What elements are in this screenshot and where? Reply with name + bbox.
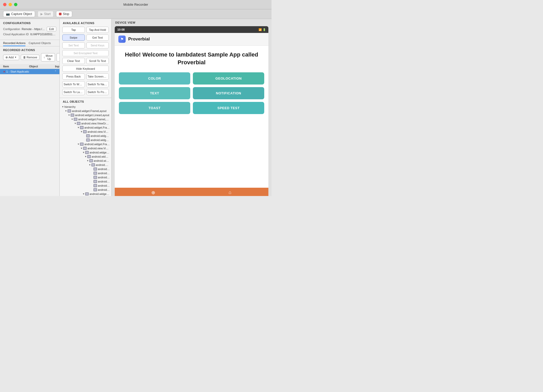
widget-icon bbox=[87, 155, 91, 158]
recorded-header: RECORDED ACTIONS ⊕ Add ▼ 🗑 Remove ↑ Move… bbox=[0, 46, 59, 64]
capture-label: Capture Object bbox=[11, 12, 32, 16]
tree-node-hierarchy[interactable]: ▼ hierarchy bbox=[61, 105, 110, 109]
tree-node-3[interactable]: ▼ android.widget.FrameLayout bbox=[61, 117, 110, 121]
set-text-button: Set Text bbox=[62, 42, 85, 48]
tree-node-7[interactable]: android.widget.ImageView bbox=[61, 134, 110, 138]
item-label: 1 - Start Application bbox=[6, 70, 29, 73]
tree-node-4[interactable]: ▼ android.view.ViewGroup bbox=[61, 121, 110, 125]
tree-node-15[interactable]: android.widget.Te... bbox=[61, 167, 110, 171]
tree-label: android.widget.FrameLayout bbox=[84, 143, 110, 146]
hide-keyboard-button[interactable]: Hide Keyboard bbox=[62, 66, 109, 72]
tree-node-18[interactable]: android.widget.Bu... bbox=[61, 179, 110, 184]
app-body: Hello! Welcome to lambdatest Sample App … bbox=[115, 46, 268, 188]
tree-label: android.widget.Bu... bbox=[98, 172, 110, 175]
start-label: Start bbox=[44, 12, 51, 16]
actions-grid: Tap Tap And Hold Swipe Get Text Set Text… bbox=[60, 27, 111, 98]
close-button[interactable] bbox=[3, 3, 6, 6]
tap-and-hold-button[interactable]: Tap And Hold bbox=[86, 27, 109, 33]
tree-label: android.widget.FrameLayou... bbox=[92, 155, 110, 158]
tree-node-17[interactable]: android.widget.Bu... bbox=[61, 175, 110, 179]
device-frame: 10:08 📶 🔋 ⚑ Proverbial Hello! Welcome bbox=[115, 26, 268, 196]
notification-button[interactable]: NOTIFICATION bbox=[193, 87, 264, 99]
window-title: Mobile Recorder bbox=[123, 3, 148, 6]
capture-object-button[interactable]: 📷 Capture Object bbox=[3, 11, 35, 17]
maximize-button[interactable] bbox=[14, 3, 17, 6]
color-button[interactable]: COLOR bbox=[119, 72, 190, 85]
configurations-section: CONFIGURATIONS Configuration Remote - ht… bbox=[0, 19, 59, 40]
tree-node-5[interactable]: ▼ android.widget.FrameLayout bbox=[61, 125, 110, 130]
device-content: ⚑ Proverbial Hello! Welcome to lambdates… bbox=[115, 33, 268, 196]
browser-nav-item[interactable]: ⊕ Browser bbox=[115, 190, 192, 196]
tree-node-10[interactable]: ▼ android.view.ViewGroup bbox=[61, 146, 110, 150]
text-button[interactable]: TEXT bbox=[119, 87, 190, 99]
status-icons: 📶 🔋 bbox=[259, 28, 266, 31]
switch-to-web-view-button[interactable]: Switch To Web View bbox=[62, 81, 85, 87]
tree-label: android.widget.ImageView bbox=[91, 134, 110, 137]
switch-to-portrait-button[interactable]: Switch To Portrait bbox=[86, 89, 109, 95]
move-up-button[interactable]: ↑ Move Up bbox=[41, 53, 55, 61]
widget-icon bbox=[86, 134, 90, 137]
get-text-button[interactable]: Get Text bbox=[86, 34, 109, 41]
tree-node-21[interactable]: ▼ android.widget.Bu... bbox=[61, 192, 110, 196]
device-view-title: DEVICE VIEW bbox=[112, 19, 272, 26]
right-panel: DEVICE VIEW 10:08 📶 🔋 ⚑ Proverbial bbox=[112, 19, 272, 196]
tree-node-6[interactable]: ▼ android.view.ViewGroup bbox=[61, 130, 110, 134]
tree-node-2[interactable]: ▼ android.widget.LinearLayout bbox=[61, 113, 110, 117]
tree-node-12[interactable]: ▼ android.widget.FrameLayou... bbox=[61, 155, 110, 159]
header-input: Input bbox=[55, 65, 59, 68]
available-actions-title: AVAILABLE ACTIONS bbox=[60, 19, 111, 27]
tree-toggle: ▼ bbox=[61, 106, 64, 108]
tree-node-16[interactable]: android.widget.Bu... bbox=[61, 171, 110, 175]
window-controls bbox=[3, 3, 17, 6]
stop-button[interactable]: Stop bbox=[56, 11, 72, 17]
toast-button[interactable]: TOAST bbox=[119, 102, 190, 114]
tree-label: android.widget.Relati... bbox=[96, 163, 110, 166]
switch-to-landscape-button[interactable]: Switch To Landscape bbox=[62, 89, 85, 95]
edit-configuration-button[interactable]: Edit bbox=[47, 27, 56, 31]
error-icon: ✕ bbox=[3, 70, 5, 73]
move-down-button[interactable]: ↓ Move Down bbox=[57, 53, 59, 61]
input-cell: "lt://APP1016... bbox=[55, 70, 56, 73]
minimize-button[interactable] bbox=[9, 3, 12, 6]
swipe-button[interactable]: Swipe bbox=[62, 34, 85, 41]
tree-label: android.widget.Bu... bbox=[98, 176, 110, 179]
tree-node-14[interactable]: ▼ android.widget.Relati... bbox=[61, 163, 110, 167]
geolocation-button[interactable]: GEOLOCATION bbox=[193, 72, 264, 85]
tab-captured-objects[interactable]: Captured Objects bbox=[29, 41, 51, 46]
widget-icon bbox=[71, 114, 74, 117]
clear-text-button[interactable]: Clear Text bbox=[62, 58, 85, 64]
tree-toggle: ▼ bbox=[82, 151, 85, 154]
tree-node-11[interactable]: ▼ android.widget.RelativeLayout... bbox=[61, 150, 110, 155]
tree-node-8[interactable]: android.widget.TextView - Pro... bbox=[61, 138, 110, 142]
tree-label: android.view.ViewGroup bbox=[87, 130, 110, 133]
app-buttons-grid: COLOR GEOLOCATION TEXT NOTIFICATION TOAS… bbox=[119, 72, 264, 114]
take-screenshot-button[interactable]: Take Screenshot bbox=[86, 73, 109, 80]
tree-label: android.widget.Te... bbox=[98, 167, 110, 171]
add-button[interactable]: ⊕ Add ▼ bbox=[3, 55, 19, 60]
table-row[interactable]: ✕ 1 - Start Application "lt://APP1016... bbox=[0, 69, 59, 74]
home-nav-item[interactable]: ⌂ Home bbox=[192, 190, 268, 196]
scroll-to-text-button[interactable]: Scroll To Text bbox=[86, 58, 109, 64]
start-button[interactable]: ▶ Start bbox=[38, 11, 53, 17]
remove-button[interactable]: 🗑 Remove bbox=[21, 55, 40, 60]
tree-toggle: ▼ bbox=[80, 130, 83, 133]
widget-icon bbox=[83, 147, 87, 150]
speed-test-button[interactable]: SPEED TEST bbox=[193, 102, 264, 114]
cloud-app-id-label: Cloud Application ID bbox=[3, 33, 29, 36]
tree-label: android.widget.FrameLayout bbox=[72, 109, 106, 113]
tab-recorded-actions[interactable]: Recorded Actions bbox=[3, 41, 25, 46]
tree-node-9[interactable]: ▼ android.widget.FrameLayout bbox=[61, 142, 110, 146]
tree-label: android.view.ViewGroup bbox=[81, 122, 110, 125]
tree-label: android.widget.FrameLayout bbox=[78, 118, 110, 121]
tap-button[interactable]: Tap bbox=[62, 27, 85, 33]
switch-to-native-button[interactable]: Switch To Native bbox=[86, 81, 109, 87]
app-icon-symbol: ⚑ bbox=[120, 37, 124, 41]
wifi-icon: 📶 bbox=[259, 28, 262, 31]
tree-node-13[interactable]: ▼ android.widget.FrameLa... bbox=[61, 159, 110, 163]
start-icon: ▶ bbox=[40, 12, 43, 16]
tree-node-20[interactable]: android.widget.Bu... bbox=[61, 188, 110, 192]
tree-node-1[interactable]: ▼ android.widget.FrameLayout bbox=[61, 109, 110, 113]
welcome-text: Hello! Welcome to lambdatest Sample App … bbox=[119, 51, 264, 66]
press-back-button[interactable]: Press Back bbox=[62, 73, 85, 80]
tree-node-19[interactable]: android.widget.Bu... bbox=[61, 184, 110, 188]
